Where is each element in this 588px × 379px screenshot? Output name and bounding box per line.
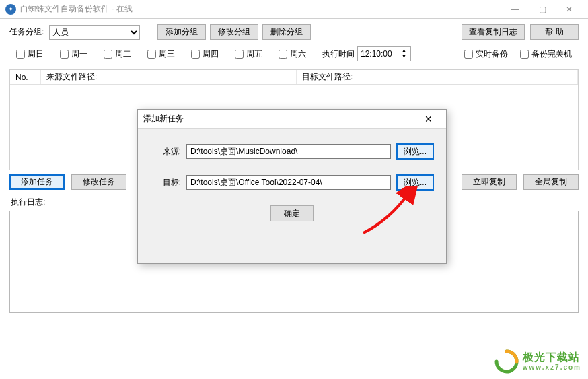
target-browse-button[interactable]: 浏览... — [396, 174, 434, 191]
day-fri[interactable]: 周五 — [235, 48, 262, 60]
day-sat[interactable]: 周六 — [279, 48, 306, 60]
realtime-backup-label: 实时备份 — [476, 48, 508, 60]
source-label: 来源: — [150, 146, 181, 158]
day-thu[interactable]: 周四 — [191, 48, 219, 60]
col-target[interactable]: 目标文件路径: — [297, 70, 578, 84]
edit-task-button[interactable]: 修改任务 — [71, 174, 126, 190]
toolbar: 任务分组: 人员 添加分组 修改分组 删除分组 查看复制日志 帮 助 — [0, 19, 588, 42]
task-list-header: No. 来源文件路径: 目标文件路径: — [10, 70, 578, 85]
days-row: 周日 周一 周二 周三 周四 周五 周六 执行时间 12:10:00 ▲ ▼ 实… — [0, 42, 588, 65]
maximize-button[interactable]: ▢ — [529, 0, 556, 19]
exec-time-input[interactable]: 12:10:00 ▲ ▼ — [357, 46, 411, 61]
main-titlebar: ✦ 白蜘蛛文件自动备份软件 - 在线 — ▢ ✕ — [0, 0, 588, 19]
group-select[interactable]: 人员 — [49, 25, 140, 40]
day-sat-label: 周六 — [290, 48, 306, 60]
dialog-close-button[interactable]: ✕ — [416, 111, 441, 127]
day-tue-label: 周二 — [115, 48, 131, 60]
day-thu-label: 周四 — [203, 48, 219, 60]
shutdown-after-check[interactable]: 备份完关机 — [520, 48, 572, 60]
watermark-logo-icon — [494, 349, 519, 374]
time-up-icon[interactable]: ▲ — [400, 48, 408, 54]
day-wed-label: 周三 — [159, 48, 175, 60]
target-input[interactable] — [186, 175, 391, 190]
app-icon: ✦ — [5, 4, 16, 15]
minimize-button[interactable]: — — [502, 0, 529, 19]
add-task-button[interactable]: 添加任务 — [9, 174, 65, 190]
view-log-button[interactable]: 查看复制日志 — [462, 24, 525, 40]
source-input[interactable] — [186, 144, 391, 159]
time-down-icon[interactable]: ▼ — [400, 54, 408, 60]
help-button[interactable]: 帮 助 — [530, 24, 579, 40]
watermark: 极光下载站 www.xz7.com — [494, 349, 581, 374]
day-fri-label: 周五 — [246, 48, 262, 60]
target-label: 目标: — [150, 177, 181, 188]
realtime-backup-check[interactable]: 实时备份 — [464, 48, 508, 60]
day-tue[interactable]: 周二 — [104, 48, 131, 60]
immediate-copy-button[interactable]: 立即复制 — [462, 174, 517, 190]
add-task-dialog: 添加新任务 ✕ 来源: 浏览... 目标: 浏览... 确定 — [137, 109, 447, 264]
edit-group-button[interactable]: 修改分组 — [210, 24, 258, 40]
shutdown-after-label: 备份完关机 — [531, 48, 572, 60]
dialog-ok-button[interactable]: 确定 — [270, 205, 314, 221]
col-source[interactable]: 来源文件路径: — [41, 70, 297, 84]
watermark-site: 极光下载站 — [523, 351, 581, 364]
delete-group-button[interactable]: 删除分组 — [262, 24, 311, 40]
close-button[interactable]: ✕ — [556, 0, 583, 19]
add-group-button[interactable]: 添加分组 — [157, 24, 206, 40]
global-copy-button[interactable]: 全局复制 — [523, 174, 579, 190]
day-sun-label: 周日 — [28, 48, 44, 60]
window-title: 白蜘蛛文件自动备份软件 - 在线 — [20, 3, 133, 15]
day-wed[interactable]: 周三 — [147, 48, 175, 60]
day-mon-label: 周一 — [71, 48, 87, 60]
dialog-titlebar: 添加新任务 ✕ — [138, 110, 446, 129]
exec-time-label: 执行时间 — [322, 48, 355, 60]
col-no[interactable]: No. — [10, 70, 41, 84]
exec-time-value: 12:10:00 — [361, 49, 392, 59]
day-sun[interactable]: 周日 — [16, 48, 44, 60]
group-label: 任务分组: — [9, 26, 44, 38]
source-browse-button[interactable]: 浏览... — [396, 143, 434, 160]
day-mon[interactable]: 周一 — [60, 48, 87, 60]
watermark-url: www.xz7.com — [523, 364, 581, 372]
dialog-title: 添加新任务 — [143, 113, 184, 125]
